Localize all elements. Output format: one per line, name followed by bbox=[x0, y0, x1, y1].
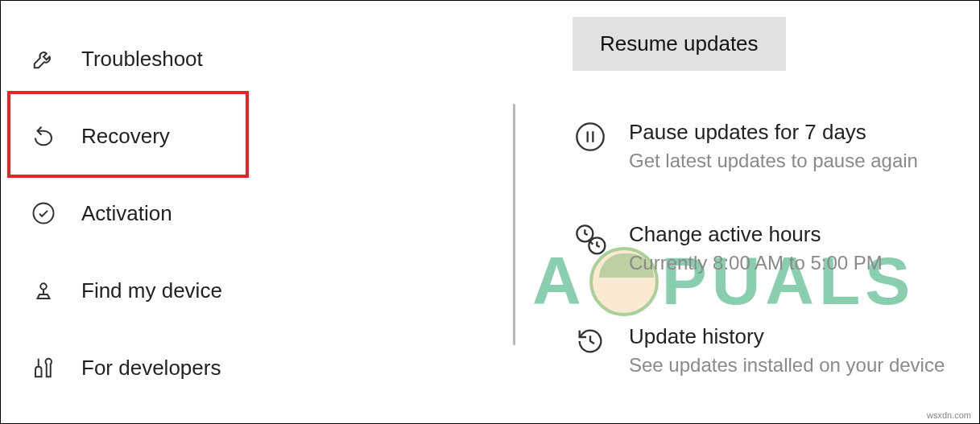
sidebar-item-activation[interactable]: Activation bbox=[1, 175, 516, 252]
option-subtitle: See updates installed on your device bbox=[629, 352, 945, 377]
sidebar-item-label: Activation bbox=[81, 201, 172, 226]
settings-sidebar: Troubleshoot Recovery Activation bbox=[1, 1, 516, 423]
wrench-icon bbox=[30, 45, 57, 72]
history-icon bbox=[573, 323, 608, 359]
sidebar-item-recovery[interactable]: Recovery bbox=[1, 97, 516, 175]
sidebar-item-label: For developers bbox=[81, 356, 221, 381]
active-hours-icon bbox=[573, 221, 608, 257]
svg-point-1 bbox=[40, 283, 47, 290]
pause-circle-icon bbox=[573, 119, 608, 154]
option-change-active-hours[interactable]: Change active hours Currently 8:00 AM to… bbox=[573, 221, 955, 275]
main-panel: Resume updates Pause updates for 7 days … bbox=[516, 1, 979, 423]
resume-updates-button[interactable]: Resume updates bbox=[573, 17, 786, 71]
sidebar-item-label: Find my device bbox=[81, 278, 222, 303]
sidebar-item-for-developers[interactable]: For developers bbox=[1, 329, 516, 406]
sidebar-item-troubleshoot[interactable]: Troubleshoot bbox=[1, 20, 516, 97]
sidebar-item-label: Recovery bbox=[81, 124, 170, 149]
tools-icon bbox=[30, 354, 57, 381]
option-subtitle: Get latest updates to pause again bbox=[629, 148, 918, 173]
sidebar-scrollbar[interactable] bbox=[513, 104, 515, 345]
option-update-history[interactable]: Update history See updates installed on … bbox=[573, 323, 955, 377]
option-pause-updates[interactable]: Pause updates for 7 days Get latest upda… bbox=[573, 119, 955, 173]
sidebar-item-label: Troubleshoot bbox=[81, 47, 203, 72]
option-title: Change active hours bbox=[629, 221, 883, 249]
svg-point-0 bbox=[34, 204, 54, 224]
svg-point-2 bbox=[577, 123, 603, 150]
option-title: Update history bbox=[629, 323, 945, 351]
recovery-icon bbox=[30, 122, 57, 150]
option-title: Pause updates for 7 days bbox=[629, 119, 918, 146]
location-pin-icon bbox=[30, 277, 57, 304]
check-circle-icon bbox=[30, 200, 57, 227]
option-subtitle: Currently 8:00 AM to 5:00 PM bbox=[629, 250, 883, 275]
sidebar-item-find-my-device[interactable]: Find my device bbox=[1, 252, 516, 329]
credit-text: wsxdn.com bbox=[927, 410, 971, 420]
